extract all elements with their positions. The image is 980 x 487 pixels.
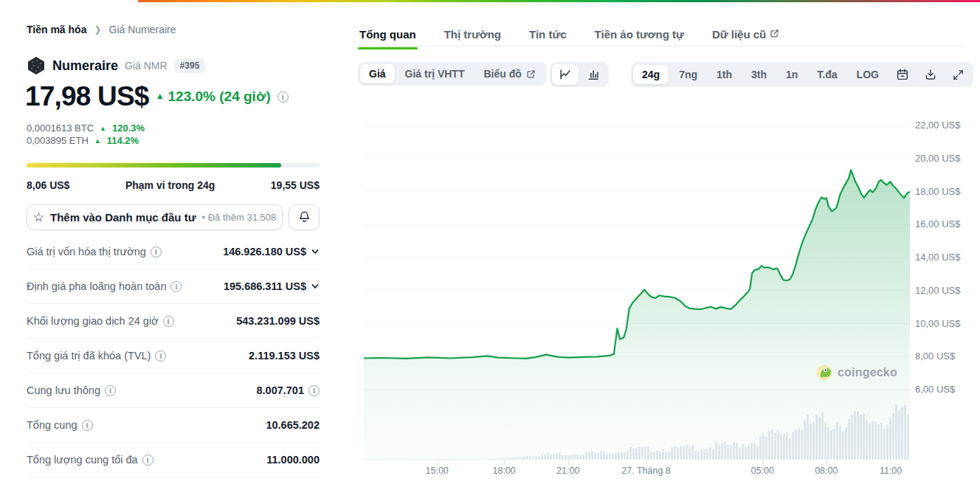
segment-biểu-đồ[interactable]: Biểu đồ (475, 64, 544, 83)
coin-price-label: Giá NMR (125, 60, 168, 72)
chevron-down-icon[interactable] (311, 282, 320, 291)
action-buttons: ☆ Thêm vào Danh mục đầu tư • Đã thêm 31.… (27, 204, 320, 230)
breadcrumb: Tiền mã hóa ❯ Giá Numeraire (27, 24, 176, 35)
coingecko-coin-page: Tiền mã hóa ❯ Giá Numeraire Numeraire Gi… (0, 0, 980, 487)
stat-row: Tổng cungi10.665.202 (27, 408, 320, 443)
range-bar-fill (27, 163, 281, 167)
x-axis-label: 27. Tháng 8 (621, 466, 671, 476)
stat-row: Giá trị vốn hóa thị trườngi146.926.180 U… (27, 235, 320, 269)
y-axis-label: 16,00 US$ (915, 218, 970, 229)
y-axis-label: 6,00 US$ (915, 384, 970, 395)
stat-label: Tổng lượng cung tối đai (27, 454, 153, 466)
segment-3th[interactable]: 3th (742, 65, 776, 84)
chart-type-toggle-group (550, 62, 609, 87)
market-gradient-stripe (138, 0, 980, 2)
stat-value: 8.007.701i (256, 384, 320, 396)
segment-7ng[interactable]: 7ng (670, 65, 706, 84)
download-icon (924, 68, 937, 81)
info-icon[interactable]: i (163, 316, 174, 327)
range-labels: 8,06 US$ Phạm vi trong 24g 19,55 US$ (27, 179, 320, 191)
y-axis-label: 20,00 US$ (915, 153, 970, 164)
stat-value: 195.686.311 US$ (224, 280, 320, 292)
info-icon[interactable]: i (155, 350, 166, 362)
x-axis-label: 08:00 (815, 466, 838, 476)
eth-conversion: 0,003895 ETH ▲ 114.2% (27, 135, 139, 146)
info-icon[interactable]: i (277, 91, 289, 103)
coin-name: Numeraire (52, 58, 118, 74)
info-icon[interactable]: i (170, 281, 182, 292)
x-axis-tick (827, 460, 827, 465)
y-axis-label: 10,00 US$ (915, 318, 970, 329)
star-icon: ☆ (33, 211, 44, 224)
coin-header: Numeraire Giá NMR #395 (27, 56, 205, 75)
x-axis-label: 05:00 (751, 466, 774, 476)
x-axis-label: 21:00 (556, 466, 579, 476)
info-icon[interactable]: i (105, 385, 116, 396)
x-axis-tick (646, 460, 647, 465)
chevron-down-icon[interactable] (311, 247, 320, 256)
price-change-24h: ▲ 123.0% (24 giờ) (156, 89, 271, 105)
tabs-divider (358, 46, 964, 46)
range-bar-24h (27, 163, 320, 167)
x-axis-tick (504, 460, 505, 465)
stat-row: Tổng giá trị đã khóa (TVL)i2.119.153 US$ (27, 339, 320, 373)
line-chart-button[interactable] (552, 64, 579, 85)
expand-button[interactable] (945, 65, 971, 85)
external-link-icon (770, 29, 779, 38)
range-high: 19,55 US$ (271, 179, 320, 191)
stat-row: Cung lưu thôngi8.007.701i (27, 373, 320, 408)
btc-conversion: 0,0001613 BTC ▲ 120.3% (27, 122, 145, 134)
stat-row: Khối lượng giao dịch 24 giời543.231.099 … (27, 304, 320, 339)
y-axis-label: 14,00 US$ (915, 252, 970, 263)
segment-giá[interactable]: Giá (360, 64, 395, 83)
coingecko-gecko-icon (816, 365, 832, 381)
segment-log[interactable]: LOG (848, 65, 888, 84)
stat-value: 146.926.180 US$ (223, 246, 320, 258)
stat-row: Tổng lượng cung tối đai11.000.000 (27, 443, 320, 477)
breadcrumb-current: Giá Numeraire (109, 24, 176, 35)
time-range-toggle-group: 24g7ng1th3th1nT.đaLOG (631, 62, 973, 87)
x-axis-tick (762, 460, 763, 465)
triangle-up-icon: ▲ (100, 125, 106, 132)
info-icon[interactable]: i (142, 455, 153, 466)
stat-value: 543.231.099 US$ (236, 315, 320, 327)
candles-icon (587, 68, 600, 81)
chevron-right-icon: ❯ (94, 24, 101, 35)
expand-icon (952, 69, 965, 81)
segment-giá-trị-vhtt[interactable]: Giá trị VHTT (396, 64, 474, 83)
price-chart[interactable] (364, 103, 910, 460)
x-axis-tick (437, 460, 438, 465)
y-axis-label: 8,00 US$ (915, 350, 970, 362)
coingecko-watermark: coingecko (816, 365, 897, 381)
segment-24g[interactable]: 24g (633, 65, 669, 84)
current-price: 17,98 US$ (25, 81, 149, 112)
info-icon[interactable]: i (308, 385, 320, 396)
numeraire-logo-icon (27, 56, 46, 75)
triangle-up-icon: ▲ (156, 91, 165, 101)
calendar-button[interactable] (889, 64, 916, 85)
add-to-portfolio-button[interactable]: ☆ Thêm vào Danh mục đầu tư • Đã thêm 31.… (27, 204, 283, 230)
price-area-fill (364, 170, 910, 460)
external-link-icon (526, 69, 536, 79)
price-alert-button[interactable] (289, 204, 320, 230)
stat-value: 2.119.153 US$ (249, 350, 320, 362)
x-axis-label: 15:00 (426, 466, 449, 476)
bell-icon (297, 210, 311, 224)
download-button[interactable] (917, 64, 944, 85)
candles-button[interactable] (580, 64, 607, 85)
info-icon[interactable]: i (151, 246, 162, 258)
info-icon[interactable]: i (82, 420, 93, 431)
price-row: 17,98 US$ ▲ 123.0% (24 giờ) i (25, 81, 289, 112)
breadcrumb-root[interactable]: Tiền mã hóa (27, 24, 86, 35)
segment-1n[interactable]: 1n (777, 65, 807, 84)
segment-1th[interactable]: 1th (708, 65, 741, 84)
stat-label: Tổng cungi (27, 419, 93, 431)
stat-value: 11.000.000 (266, 454, 320, 466)
stat-label: Khối lượng giao dịch 24 giời (27, 315, 174, 327)
segment-tđa[interactable]: T.đa (808, 65, 846, 84)
triangle-up-icon: ▲ (94, 137, 101, 145)
y-axis-label: 22,00 US$ (915, 120, 970, 131)
added-count: • Đã thêm 31.508 (202, 212, 277, 223)
coin-rank-badge: #395 (174, 58, 206, 73)
stat-row: Định giá pha loãng hoàn toàni195.686.311… (27, 269, 320, 304)
